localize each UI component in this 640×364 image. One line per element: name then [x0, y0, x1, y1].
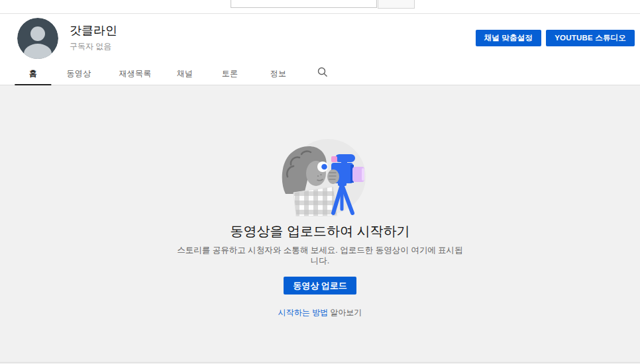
person-icon [17, 18, 58, 59]
search-button[interactable] [378, 0, 415, 9]
channel-meta: 갓클라인 구독자 없음 [70, 24, 117, 52]
channel-content: 동영상을 업로드하여 시작하기 스토리를 공유하고 시청자와 소통해 보세요. … [0, 85, 640, 364]
empty-state-description: 스토리를 공유하고 시청자와 소통해 보세요. 업로드한 동영상이 여기에 표시… [0, 245, 640, 266]
subscriber-count: 구독자 없음 [70, 41, 117, 52]
description-line-1: 스토리를 공유하고 시청자와 소통해 보세요. 업로드한 동영상이 여기에 표시… [177, 246, 462, 255]
youtube-channel-page: 갓클라인 구독자 없음 채널 맞춤설정 YOUTUBE 스튜디오 홈 동영상 재… [0, 0, 640, 364]
bottom-divider [0, 362, 640, 363]
customize-channel-button[interactable]: 채널 맞춤설정 [476, 30, 542, 46]
masthead [0, 0, 640, 14]
channel-name: 갓클라인 [70, 24, 117, 38]
search-icon[interactable] [317, 67, 328, 80]
tab-videos[interactable]: 동영상 [67, 68, 91, 86]
tab-playlists[interactable]: 재생목록 [119, 68, 151, 86]
search-input[interactable] [231, 0, 377, 8]
person-with-video-camera-illustration [267, 136, 373, 216]
upload-video-button[interactable]: 동영상 업로드 [284, 277, 356, 295]
get-started-link[interactable]: 시작하는 방법 [278, 308, 328, 317]
description-line-2: 니다. [311, 256, 329, 265]
tab-home[interactable]: 홈 [29, 68, 37, 86]
tab-discussion[interactable]: 토론 [222, 68, 239, 86]
tab-about[interactable]: 정보 [270, 68, 287, 86]
tab-channels[interactable]: 채널 [177, 68, 193, 86]
empty-state-title: 동영상을 업로드하여 시작하기 [0, 222, 640, 240]
youtube-studio-button[interactable]: YOUTUBE 스튜디오 [546, 30, 635, 46]
header-actions: 채널 맞춤설정 YOUTUBE 스튜디오 [476, 30, 635, 46]
help-row: 시작하는 방법알아보기 [0, 307, 640, 318]
get-started-suffix: 알아보기 [330, 308, 362, 317]
channel-tabs: 홈 동영상 재생목록 채널 토론 정보 [0, 65, 640, 85]
channel-header: 갓클라인 구독자 없음 채널 맞춤설정 YOUTUBE 스튜디오 홈 동영상 재… [0, 15, 640, 85]
empty-state: 동영상을 업로드하여 시작하기 스토리를 공유하고 시청자와 소통해 보세요. … [0, 85, 640, 318]
avatar[interactable] [17, 18, 58, 59]
